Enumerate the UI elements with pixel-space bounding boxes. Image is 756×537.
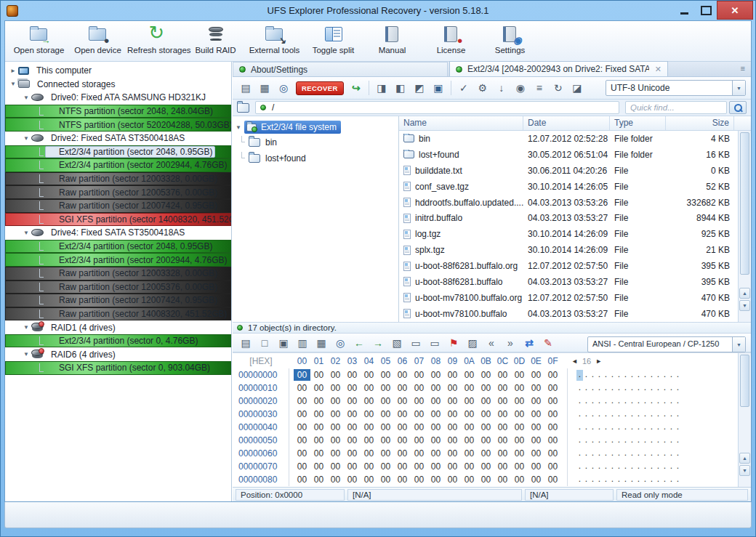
hex-byte[interactable]: 00 (478, 382, 494, 394)
hex-row[interactable]: 00000070 0000000000000000000000000000000… (233, 460, 738, 473)
hex-byte[interactable]: 00 (310, 408, 327, 420)
hex-ascii-char[interactable]: . (583, 370, 590, 381)
current-path[interactable]: / (255, 101, 619, 114)
hex-ascii-char[interactable]: . (622, 475, 629, 485)
storage-tree-item[interactable]: Ext2/3/4 partition (sector 2048, 0.95GB) (5, 240, 231, 254)
hex-byte[interactable]: 00 (444, 369, 461, 381)
hex-ascii-char[interactable]: . (662, 475, 668, 485)
hex-byte[interactable]: 00 (427, 435, 444, 446)
hex-ascii-char[interactable]: . (662, 448, 668, 459)
hex-byte[interactable]: 00 (478, 421, 494, 433)
hex-byte[interactable]: 00 (294, 435, 310, 446)
tab-list-menu-icon[interactable]: ≡ (741, 64, 745, 73)
hex-byte[interactable]: 00 (444, 461, 461, 472)
panel-add-icon[interactable]: ◩ (410, 80, 429, 96)
hex-byte[interactable]: 00 (327, 461, 344, 472)
hex-ascii-char[interactable]: . (642, 396, 648, 407)
hex-byte[interactable]: 00 (411, 474, 427, 485)
find-icon[interactable]: ◎ (331, 335, 350, 351)
nav-forward-icon[interactable]: → (369, 335, 387, 351)
hex-ascii-char[interactable]: . (616, 370, 622, 381)
hex-ascii-char[interactable]: . (648, 422, 655, 433)
hex-byte[interactable]: 00 (377, 448, 394, 459)
hex-byte[interactable]: 00 (494, 474, 511, 485)
hex-ascii-char[interactable]: . (609, 475, 616, 485)
hex-ascii-char[interactable]: . (590, 461, 596, 472)
hex-ascii-char[interactable]: . (576, 383, 583, 394)
hex-ascii-char[interactable]: . (603, 396, 609, 407)
jump-forward-icon[interactable]: » (501, 335, 520, 351)
hex-ascii-char[interactable]: . (675, 370, 681, 381)
hex-ascii-char[interactable]: . (675, 435, 681, 446)
hex-byte[interactable]: 00 (361, 474, 377, 485)
expander-icon[interactable] (21, 324, 31, 331)
hex-ascii-char[interactable]: . (576, 370, 583, 381)
hex-ascii-char[interactable]: . (622, 409, 629, 420)
hex-scrollbar[interactable]: ▲ ▼ (738, 353, 751, 487)
scroll-down-icon[interactable]: ▼ (739, 300, 750, 311)
hex-byte[interactable]: 00 (394, 408, 411, 420)
hex-ascii-char[interactable]: . (668, 475, 675, 485)
panel-props-icon[interactable]: ◧ (391, 80, 410, 96)
hex-byte[interactable]: 00 (511, 382, 528, 394)
hex-ascii-char[interactable]: . (642, 422, 648, 433)
hex-ascii-char[interactable]: . (576, 448, 583, 459)
hex-ascii-char[interactable]: . (655, 409, 662, 420)
storage-tree-item[interactable]: SGI XFS partition (sector 14008320, 451.… (5, 213, 231, 227)
hex-byte[interactable]: 00 (327, 474, 344, 485)
hex-byte[interactable]: 00 (444, 435, 461, 446)
clipboard-add-icon[interactable]: ▧ (387, 335, 406, 351)
expander-icon[interactable] (8, 81, 18, 87)
log-icon[interactable]: ≡ (530, 80, 549, 96)
hex-ascii-char[interactable]: . (648, 461, 655, 472)
nav-back-icon[interactable]: ← (350, 335, 369, 351)
goto-start-icon[interactable]: ▭ (406, 335, 425, 351)
hex-byte[interactable]: 00 (394, 435, 411, 446)
hex-row[interactable]: 00000010 0000000000000000000000000000000… (233, 381, 738, 395)
hex-byte[interactable]: 00 (461, 421, 478, 433)
chevron-down-icon[interactable] (732, 337, 745, 352)
hex-byte[interactable]: 00 (327, 369, 344, 381)
hex-byte[interactable]: 00 (411, 421, 427, 433)
hex-byte[interactable]: 00 (327, 421, 344, 433)
hex-byte[interactable]: 00 (444, 382, 461, 394)
hex-ascii-char[interactable]: . (675, 448, 681, 459)
hex-ascii-char[interactable]: . (662, 370, 668, 381)
recover-button[interactable]: RECOVER (296, 81, 344, 95)
lost+found[interactable]: lost+found 30.05.2012 06:51:04 File fold… (399, 147, 751, 163)
hex-ascii-char[interactable]: . (590, 383, 596, 394)
hex-ascii-char[interactable]: . (609, 370, 616, 381)
hex-ascii-char[interactable]: . (668, 409, 675, 420)
storage-tree-item[interactable]: Drive0: Fixed ATA SAMSUNG HD321KJ (5, 91, 231, 105)
hex-byte[interactable]: 00 (344, 369, 361, 381)
hex-ascii-char[interactable]: . (662, 409, 668, 420)
hex-ascii-char[interactable]: . (603, 435, 609, 446)
search-icon[interactable] (729, 101, 747, 114)
hex-byte[interactable]: 00 (528, 382, 544, 394)
u-boot-mv78100.buffalo[interactable]: u-boot-mv78100.buffalo 04.03.2013 03:53:… (399, 306, 751, 322)
u-boot-88f6281.buffalo[interactable]: u-boot-88f6281.buffalo 04.03.2013 03:53:… (399, 274, 751, 290)
open-storage-button[interactable]: → Open storage (9, 21, 68, 54)
hex-ascii-char[interactable]: . (576, 422, 583, 433)
storage-tree-item[interactable]: NTFS partition (sector 520204288, 50.03G… (5, 118, 231, 132)
hex-ascii-char[interactable]: . (635, 461, 642, 472)
hex-byte[interactable]: 00 (427, 369, 444, 381)
u-boot-mv78100.buffalo.org[interactable]: u-boot-mv78100.buffalo.org 12.07.2012 02… (399, 290, 751, 306)
hex-ascii-char[interactable]: . (603, 448, 609, 459)
goto-end-icon[interactable]: ▭ (425, 335, 444, 351)
hex-ascii-char[interactable]: . (583, 461, 590, 472)
hex-byte[interactable]: 00 (427, 408, 444, 420)
hex-ascii-char[interactable]: . (629, 396, 635, 407)
storage-tree-item[interactable]: Ext2/3/4 partition (sector 2002944, 4.76… (5, 158, 231, 172)
hex-byte[interactable]: 00 (344, 395, 361, 407)
storage-tree-item[interactable]: SGI XFS partition (sector 0, 903.04GB) (5, 361, 231, 375)
open-structure-icon[interactable]: ▦ (255, 80, 274, 96)
hex-byte[interactable]: 00 (528, 395, 544, 407)
hex-byte[interactable]: 00 (511, 448, 528, 459)
hex-ascii-char[interactable]: . (642, 475, 648, 485)
settings-button[interactable]: ◉ Settings (480, 21, 539, 54)
hex-byte[interactable]: 00 (427, 421, 444, 433)
column-type[interactable]: Type (610, 116, 666, 130)
close-button[interactable] (717, 1, 753, 20)
hex-ascii-char[interactable]: . (596, 409, 603, 420)
